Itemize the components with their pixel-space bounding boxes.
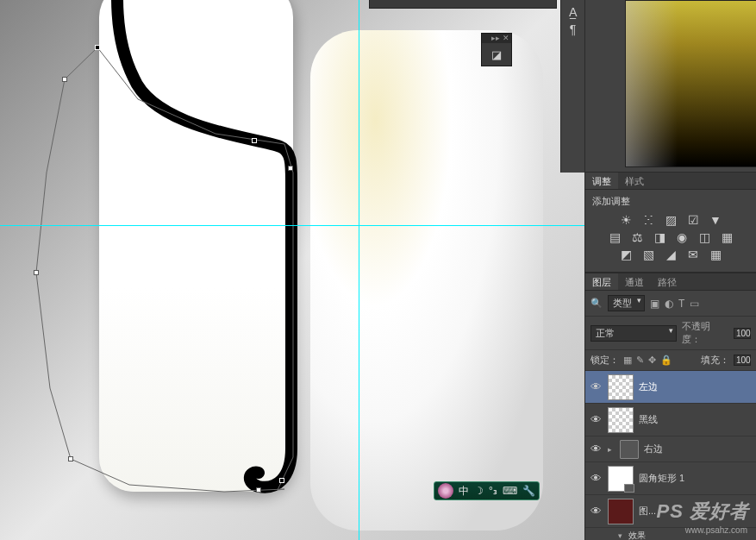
keyboard-icon[interactable]: ⌨ bbox=[503, 485, 517, 497]
layer-name[interactable]: 左边 bbox=[639, 380, 658, 393]
lock-pixels-icon[interactable]: ✎ bbox=[636, 355, 644, 366]
rounded-rect-right bbox=[310, 30, 543, 531]
threshold-icon[interactable]: ◢ bbox=[663, 248, 678, 261]
opacity-label: 不透明度： bbox=[682, 320, 728, 346]
tab-channels[interactable]: 通道 bbox=[618, 273, 651, 290]
colorbalance-icon[interactable]: ◨ bbox=[652, 230, 667, 244]
photofilter-icon[interactable]: ◫ bbox=[697, 230, 712, 244]
ime-logo-icon bbox=[438, 483, 453, 499]
selcolor-icon[interactable]: ▦ bbox=[708, 248, 723, 261]
ime-lang[interactable]: 中 bbox=[459, 484, 469, 499]
vibrance-icon[interactable]: ▤ bbox=[607, 230, 622, 244]
character-icon[interactable]: A̲ bbox=[561, 3, 584, 21]
panel-icon[interactable]: ◪ bbox=[482, 43, 511, 66]
hue-icon[interactable]: ⚖ bbox=[629, 230, 645, 244]
bw-icon[interactable]: ◉ bbox=[674, 230, 690, 244]
layer-thumb[interactable] bbox=[608, 466, 634, 492]
layer-thumb[interactable] bbox=[608, 499, 634, 524]
rounded-rect-left bbox=[99, 0, 293, 492]
chevron-right-icon[interactable]: ▸ bbox=[608, 445, 615, 454]
invert-icon[interactable]: ◩ bbox=[618, 248, 634, 261]
collapse-icon[interactable]: ▸▸ bbox=[491, 34, 500, 42]
fx-row[interactable]: ▾ 效果 bbox=[585, 528, 756, 540]
wrench-icon[interactable]: 🔧 bbox=[522, 485, 535, 497]
mini-panel[interactable]: ▸▸ ✕ ◪ bbox=[481, 33, 512, 66]
anchor-point[interactable] bbox=[279, 478, 284, 483]
layer-row[interactable]: 👁 ▸ 右边 bbox=[585, 436, 756, 462]
tab-layers[interactable]: 图层 bbox=[585, 273, 618, 290]
layer-row[interactable]: 👁 圆角矩形 1 bbox=[585, 462, 756, 495]
fill-field[interactable]: 100 bbox=[734, 355, 751, 366]
tab-styles[interactable]: 样式 bbox=[618, 173, 651, 189]
layers-panel: 图层 通道 路径 🔍 类型 ▣ ◐ T ▭ 正常 不透明度： 100 锁定： ▦ bbox=[585, 273, 756, 540]
layer-thumb[interactable] bbox=[608, 374, 634, 400]
search-icon[interactable]: 🔍 bbox=[590, 298, 603, 309]
visibility-icon[interactable]: 👁 bbox=[589, 413, 603, 426]
lock-label: 锁定： bbox=[590, 354, 619, 367]
fx-label: 效果 bbox=[628, 530, 646, 540]
anchor-point[interactable] bbox=[252, 138, 257, 143]
layer-name[interactable]: 右边 bbox=[644, 443, 663, 455]
visibility-icon[interactable]: 👁 bbox=[589, 505, 603, 518]
lock-all-icon[interactable]: 🔒 bbox=[660, 355, 672, 366]
gradmap-icon[interactable]: ✉ bbox=[685, 248, 701, 261]
close-icon[interactable]: ✕ bbox=[503, 34, 509, 42]
adjust-row-3: ◩ ▧ ◢ ✉ ▦ bbox=[592, 248, 749, 261]
moon-icon[interactable]: ☽ bbox=[474, 485, 484, 497]
levels-icon[interactable]: ⵘ bbox=[640, 213, 656, 227]
anchor-point[interactable] bbox=[256, 487, 261, 493]
layer-name[interactable]: 圆角矩形 1 bbox=[639, 472, 684, 485]
filter-shape-icon[interactable]: ▭ bbox=[690, 298, 699, 310]
visibility-icon[interactable]: 👁 bbox=[589, 472, 603, 485]
paragraph-icon[interactable]: ¶ bbox=[561, 21, 584, 38]
anchor-point[interactable] bbox=[68, 456, 73, 462]
layer-row[interactable]: 👁 图... bbox=[585, 495, 756, 528]
adjustments-panel: 调整 样式 添加调整 ☀ ⵘ ▨ ☑ ▼ ▤ ⚖ ◨ ◉ ◫ ▦ ◩ ▧ bbox=[585, 173, 756, 273]
add-adjustment-label: 添加调整 bbox=[592, 195, 749, 208]
color-field[interactable] bbox=[625, 0, 756, 167]
curves-icon[interactable]: ▨ bbox=[663, 213, 678, 227]
layer-row[interactable]: 👁 左边 bbox=[585, 371, 756, 404]
collapsed-panel-strip[interactable]: A̲ ¶ bbox=[560, 0, 584, 173]
character-panel-edge bbox=[369, 0, 557, 9]
layer-row[interactable]: 👁 黑线 bbox=[585, 404, 756, 436]
canvas[interactable]: A̲ ¶ ▸▸ ✕ ◪ 中 ☽ °₃ ⌨ 🔧 bbox=[0, 0, 584, 540]
fill-label: 填充： bbox=[701, 354, 729, 367]
layer-name[interactable]: 图... bbox=[639, 505, 656, 518]
layer-name[interactable]: 黑线 bbox=[639, 413, 658, 426]
tab-adjustments[interactable]: 调整 bbox=[585, 173, 618, 189]
filter-type-icon[interactable]: T bbox=[678, 298, 684, 310]
exposure-icon[interactable]: ☑ bbox=[685, 213, 701, 227]
panels-column: 调整 样式 添加调整 ☀ ⵘ ▨ ☑ ▼ ▤ ⚖ ◨ ◉ ◫ ▦ ◩ ▧ bbox=[584, 0, 756, 540]
more-icon[interactable]: ▼ bbox=[708, 213, 723, 227]
anchor-point[interactable] bbox=[288, 166, 293, 171]
filter-kind-dropdown[interactable]: 类型 bbox=[608, 295, 645, 311]
filter-adjust-icon[interactable]: ◐ bbox=[665, 298, 673, 310]
anchor-point[interactable] bbox=[62, 77, 67, 82]
guide-horizontal[interactable] bbox=[0, 225, 584, 226]
adjust-row-2: ▤ ⚖ ◨ ◉ ◫ ▦ bbox=[592, 230, 749, 244]
visibility-icon[interactable]: 👁 bbox=[589, 443, 603, 455]
folder-icon[interactable] bbox=[620, 440, 639, 459]
lock-transparent-icon[interactable]: ▦ bbox=[623, 355, 632, 366]
chevron-down-icon[interactable]: ▾ bbox=[618, 531, 625, 540]
opacity-field[interactable]: 100 bbox=[734, 328, 751, 339]
lock-position-icon[interactable]: ✥ bbox=[648, 355, 656, 366]
filter-pixel-icon[interactable]: ▣ bbox=[650, 298, 659, 310]
adjust-row-1: ☀ ⵘ ▨ ☑ ▼ bbox=[592, 213, 749, 227]
ime-toolbar[interactable]: 中 ☽ °₃ ⌨ 🔧 bbox=[434, 481, 540, 500]
posterize-icon[interactable]: ▧ bbox=[640, 248, 656, 261]
color-panel bbox=[585, 0, 756, 173]
blend-mode-dropdown[interactable]: 正常 bbox=[590, 325, 677, 342]
channelmixer-icon[interactable]: ▦ bbox=[719, 230, 734, 244]
tab-paths[interactable]: 路径 bbox=[651, 273, 684, 290]
guide-vertical[interactable] bbox=[359, 0, 359, 540]
brightness-icon[interactable]: ☀ bbox=[618, 213, 634, 227]
visibility-icon[interactable]: 👁 bbox=[589, 380, 603, 393]
layer-thumb[interactable] bbox=[608, 407, 634, 433]
anchor-point[interactable] bbox=[34, 270, 39, 275]
punct-icon[interactable]: °₃ bbox=[489, 485, 497, 497]
anchor-point[interactable] bbox=[95, 45, 100, 50]
